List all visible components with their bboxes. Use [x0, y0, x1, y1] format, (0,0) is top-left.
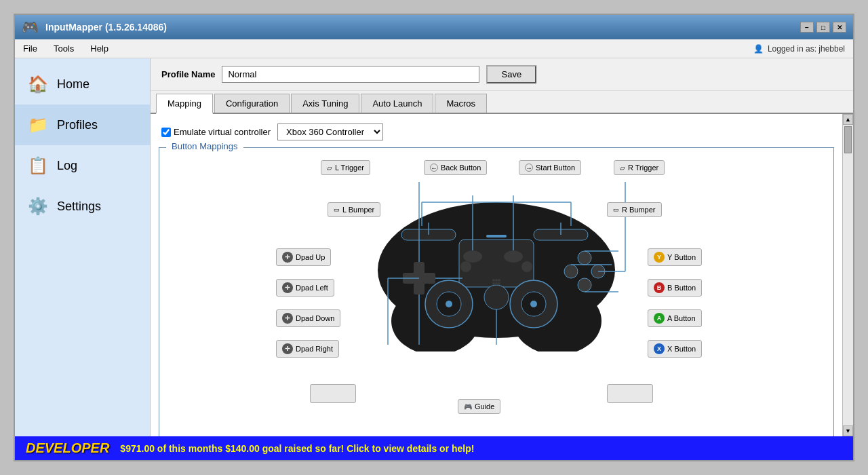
dpad-right-button[interactable]: ✛ Dpad Right	[276, 340, 339, 358]
tab-mapping[interactable]: Mapping	[156, 94, 213, 114]
maximize-button[interactable]: □	[816, 22, 830, 33]
main-window: 🎮 InputMapper (1.5.26.14086) − □ ✕ File …	[14, 14, 854, 461]
main-content: 🏠 Home 📁 Profiles 📋 Log ⚙️ Settings Prof…	[15, 58, 853, 436]
user-icon: 👤	[753, 44, 764, 54]
log-icon: 📋	[26, 153, 50, 178]
r-bumper-button[interactable]: ▭ R Bumper	[607, 202, 662, 217]
svg-point-22	[460, 261, 471, 272]
controller-select[interactable]: Xbox 360 Controller Xbox One Controller …	[277, 124, 383, 140]
x-button[interactable]: X X Button	[648, 340, 702, 358]
profile-name-input[interactable]	[222, 66, 479, 83]
dpad-right-icon: ✛	[282, 343, 293, 354]
controller-area: ▱ L Trigger ← Back Button → St	[159, 148, 833, 436]
emulate-label: Emulate virtual controller	[174, 127, 271, 137]
status-bar[interactable]: DEVELOPER $971.00 of this months $140.00…	[15, 436, 853, 460]
guide-button[interactable]: 🎮 Guide	[458, 399, 500, 414]
svg-point-15	[504, 250, 523, 263]
svg-point-25	[495, 279, 498, 282]
scroll-up-button[interactable]: ▲	[843, 114, 853, 125]
svg-point-28	[495, 282, 498, 285]
a-icon: A	[654, 313, 665, 324]
svg-point-27	[492, 282, 495, 285]
l-trigger-button[interactable]: ▱ L Trigger	[321, 160, 370, 175]
sidebar-label-log: Log	[57, 159, 77, 173]
menu-items: File Tools Help	[15, 41, 117, 56]
start-button-btn[interactable]: → Start Button	[519, 160, 581, 175]
back-icon: ←	[430, 164, 438, 172]
svg-point-24	[492, 279, 495, 282]
tab-macros[interactable]: Macros	[435, 94, 487, 113]
button-mappings-section: Button Mappings	[159, 147, 834, 436]
scroll-track	[843, 125, 853, 425]
scroll-thumb[interactable]	[844, 126, 852, 153]
sidebar: 🏠 Home 📁 Profiles 📋 Log ⚙️ Settings	[15, 58, 151, 436]
menu-tools[interactable]: Tools	[45, 41, 82, 56]
dpad-down-icon: ✛	[282, 313, 293, 324]
scrollbar: ▲ ▼	[842, 114, 853, 436]
y-icon: Y	[654, 252, 665, 263]
right-panel: Profile Name Save Mapping Configuration …	[151, 58, 853, 436]
b-button[interactable]: B B Button	[648, 279, 702, 297]
menu-file[interactable]: File	[15, 41, 45, 56]
svg-point-20	[484, 285, 509, 309]
svg-point-29	[498, 282, 500, 285]
menu-help[interactable]: Help	[82, 41, 117, 56]
developer-label: DEVELOPER	[26, 440, 109, 456]
b-icon: B	[654, 282, 665, 293]
svg-point-10	[564, 265, 578, 278]
svg-rect-21	[486, 235, 507, 238]
r-trigger-icon: ▱	[620, 164, 625, 172]
svg-point-12	[578, 278, 591, 292]
tabs: Mapping Configuration Axis Tuning Auto L…	[151, 91, 853, 114]
minimize-button[interactable]: −	[800, 22, 814, 33]
dpad-up-icon: ✛	[282, 252, 293, 263]
sidebar-item-profiles[interactable]: 📁 Profiles	[15, 104, 150, 145]
sidebar-item-log[interactable]: 📋 Log	[15, 145, 150, 186]
r-bumper-icon: ▭	[613, 206, 619, 213]
dpad-up-button[interactable]: ✛ Dpad Up	[276, 248, 331, 266]
svg-point-23	[521, 261, 532, 272]
x-icon: X	[654, 343, 665, 354]
close-button[interactable]: ✕	[833, 22, 846, 33]
tab-auto-launch[interactable]: Auto Launch	[361, 94, 433, 113]
r-trigger-button[interactable]: ▱ R Trigger	[614, 160, 665, 175]
profile-name-label: Profile Name	[161, 69, 215, 79]
sidebar-label-settings: Settings	[57, 200, 101, 214]
controller-svg	[361, 162, 632, 352]
user-label: Logged in as: jhebbel	[768, 44, 845, 54]
tab-axis-tuning[interactable]: Axis Tuning	[291, 94, 359, 113]
user-info: 👤 Logged in as: jhebbel	[745, 41, 853, 56]
back-button-btn[interactable]: ← Back Button	[424, 160, 487, 175]
left-stick-button[interactable]	[310, 384, 356, 403]
home-icon: 🏠	[26, 72, 50, 96]
status-message: $971.00 of this months $140.00 goal rais…	[120, 443, 474, 454]
dpad-left-button[interactable]: ✛ Dpad Left	[276, 279, 334, 297]
emulate-checkbox[interactable]	[161, 128, 171, 137]
scroll-down-button[interactable]: ▼	[843, 425, 853, 436]
l-trigger-icon: ▱	[327, 164, 332, 172]
mapping-area: Emulate virtual controller Xbox 360 Cont…	[151, 114, 842, 436]
title-bar-controls: − □ ✕	[800, 22, 846, 33]
sidebar-label-profiles: Profiles	[57, 118, 98, 132]
svg-point-11	[578, 251, 591, 265]
emulate-checkbox-label[interactable]: Emulate virtual controller	[161, 127, 271, 137]
settings-icon: ⚙️	[26, 194, 50, 218]
profiles-icon: 📁	[26, 113, 50, 137]
l-bumper-button[interactable]: ▭ L Bumper	[328, 202, 380, 217]
svg-point-18	[446, 301, 452, 307]
right-stick-button[interactable]	[607, 384, 653, 403]
tab-configuration[interactable]: Configuration	[214, 94, 290, 113]
guide-icon: 🎮	[464, 403, 472, 411]
a-button[interactable]: A A Button	[648, 309, 702, 327]
profile-row: Profile Name Save	[151, 58, 853, 91]
l-bumper-icon: ▭	[334, 206, 340, 213]
menu-bar: File Tools Help 👤 Logged in as: jhebbel	[15, 39, 853, 58]
y-button[interactable]: Y Y Button	[648, 248, 702, 266]
dpad-down-button[interactable]: ✛ Dpad Down	[276, 309, 340, 327]
svg-point-19	[530, 301, 537, 307]
sidebar-item-settings[interactable]: ⚙️ Settings	[15, 186, 150, 227]
sidebar-item-home[interactable]: 🏠 Home	[15, 64, 150, 104]
start-icon: →	[525, 164, 533, 172]
dpad-left-icon: ✛	[282, 282, 293, 293]
save-button[interactable]: Save	[486, 65, 536, 83]
